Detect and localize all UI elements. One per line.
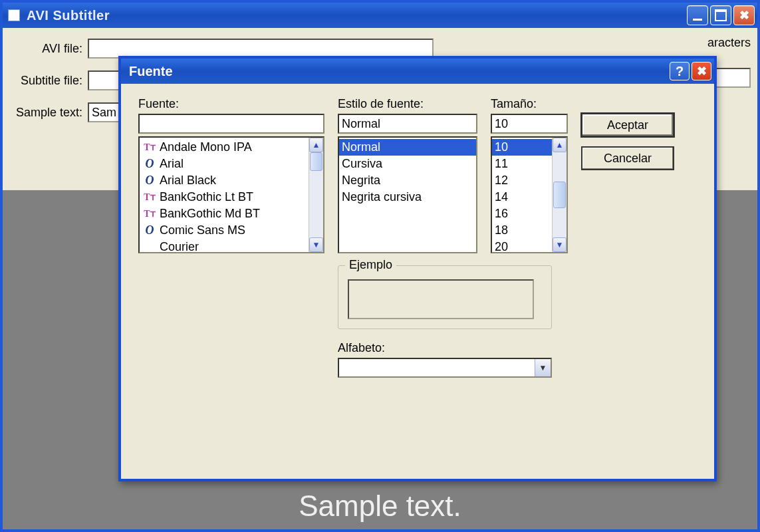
font-name: Andale Mono IPA: [160, 140, 252, 155]
scroll-down-icon[interactable]: ▼: [309, 237, 323, 252]
truetype-icon: Tᴛ: [142, 206, 157, 221]
font-list-item[interactable]: TᴛBankGothic Md BT: [140, 205, 309, 222]
style-list-item[interactable]: Cursiva: [339, 156, 476, 172]
font-list-item[interactable]: TᴛBankGothic Lt BT: [140, 189, 309, 205]
font-dialog-title: Fuente: [129, 64, 668, 79]
font-name: Comic Sans MS: [160, 223, 245, 238]
dialog-close-button[interactable]: [692, 62, 711, 80]
style-label: Estilo de fuente:: [338, 97, 477, 111]
style-list-item[interactable]: Normal: [339, 139, 476, 156]
alphabet-value: [339, 359, 535, 376]
example-preview: [348, 279, 534, 319]
font-name: BankGothic Md BT: [160, 206, 260, 221]
font-name: Arial Black: [160, 173, 216, 188]
font-dialog-titlebar[interactable]: Fuente: [121, 59, 714, 84]
avi-file-label: AVI file:: [11, 42, 88, 56]
ok-button[interactable]: Aceptar: [581, 113, 674, 137]
chevron-down-icon[interactable]: ▼: [535, 359, 551, 376]
partial-characters-label: aracters: [707, 36, 751, 50]
main-title: AVI Subtitler: [27, 8, 687, 23]
cancel-button[interactable]: Cancelar: [581, 146, 674, 170]
size-list-item[interactable]: 16: [492, 205, 552, 222]
font-name: BankGothic Lt BT: [160, 190, 253, 205]
alphabet-combo[interactable]: ▼: [338, 358, 552, 378]
minimize-button[interactable]: [687, 5, 708, 25]
opentype-icon: O: [142, 173, 157, 188]
size-list-item[interactable]: 18: [492, 222, 552, 239]
size-listbox[interactable]: 10111214161820 ▲ ▼: [491, 136, 568, 253]
font-list-scrollbar[interactable]: ▲ ▼: [309, 138, 323, 252]
sample-text-label: Sample text:: [11, 106, 88, 120]
scroll-up-icon[interactable]: ▲: [553, 138, 567, 152]
font-name: Arial: [160, 156, 184, 172]
preview-sample-text: Sample text.: [5, 489, 755, 523]
alphabet-label: Alfabeto:: [338, 341, 552, 355]
scroll-down-icon[interactable]: ▼: [553, 237, 567, 252]
truetype-icon: Tᴛ: [142, 190, 157, 205]
size-list-item[interactable]: 12: [492, 172, 552, 189]
style-listbox[interactable]: NormalCursivaNegritaNegrita cursiva: [338, 136, 477, 253]
opentype-icon: O: [142, 223, 157, 238]
font-name: Courier: [160, 239, 199, 253]
style-list-item[interactable]: Negrita: [339, 172, 476, 189]
font-list-item[interactable]: TᴛAndale Mono IPA: [140, 139, 309, 156]
scroll-up-icon[interactable]: ▲: [309, 138, 323, 152]
size-list-item[interactable]: 10: [492, 139, 552, 156]
font-list-item[interactable]: Courier: [140, 239, 309, 253]
font-list-item[interactable]: OArial Black: [140, 172, 309, 189]
style-list-item[interactable]: Negrita cursiva: [339, 189, 476, 205]
truetype-icon: Tᴛ: [142, 140, 157, 155]
size-list-scrollbar[interactable]: ▲ ▼: [552, 138, 567, 252]
style-input[interactable]: [338, 114, 477, 134]
main-titlebar[interactable]: AVI Subtitler: [3, 3, 757, 28]
maximize-button[interactable]: [710, 5, 731, 25]
font-input[interactable]: [138, 114, 324, 134]
example-legend: Ejemplo: [345, 258, 396, 272]
help-button[interactable]: [670, 62, 690, 80]
size-list-item[interactable]: 11: [492, 156, 552, 172]
subtitle-file-label: Subtitle file:: [11, 74, 88, 88]
size-list-item[interactable]: 20: [492, 239, 552, 253]
example-groupbox: Ejemplo: [338, 265, 552, 329]
opentype-icon: O: [142, 156, 157, 172]
font-list-item[interactable]: OArial: [140, 156, 309, 172]
font-listbox[interactable]: TᴛAndale Mono IPAOArialOArial BlackTᴛBan…: [138, 136, 324, 253]
size-input[interactable]: [491, 114, 568, 134]
font-list-item[interactable]: OComic Sans MS: [140, 222, 309, 239]
close-button[interactable]: [733, 5, 755, 25]
size-list-item[interactable]: 14: [492, 189, 552, 205]
font-dialog: Fuente Fuente: TᴛAndale Mono IPAOArialOA…: [118, 56, 717, 481]
size-label: Tamaño:: [491, 97, 568, 111]
app-icon: [8, 9, 20, 21]
font-label: Fuente:: [138, 97, 324, 111]
